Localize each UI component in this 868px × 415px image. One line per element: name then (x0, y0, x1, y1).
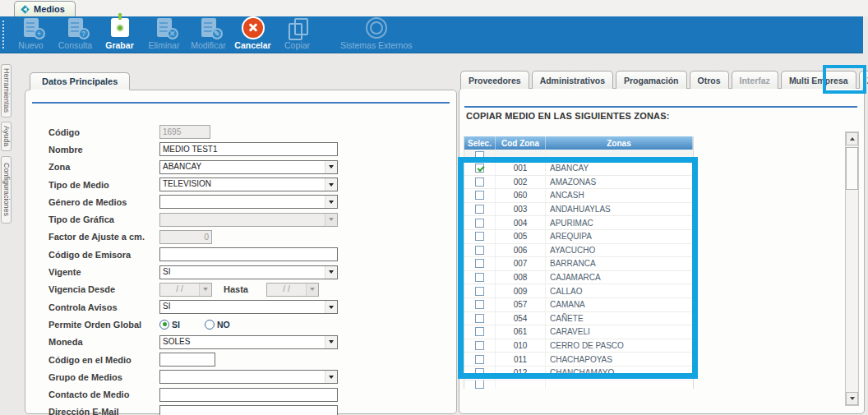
zone-select-checkbox[interactable] (475, 259, 484, 268)
tab-interfaz[interactable]: Interfaz (732, 71, 778, 89)
c-digo-de-emisora-field[interactable] (159, 247, 338, 261)
radio-button[interactable] (159, 320, 169, 330)
toolbar-grip-handle[interactable] (2, 20, 6, 49)
tab-multi-empresa[interactable]: Multi Empresa (781, 71, 856, 89)
table-row: 054CAÑETE (464, 312, 693, 326)
toolbar-button-label: Eliminar (149, 40, 180, 50)
zone-name: CALLAO (546, 284, 693, 297)
form-row-zona: ZonaABANCAY (25, 159, 456, 176)
sidebar-tab-ayuda[interactable]: Ayuda (1, 122, 12, 151)
column-header-zonas: Zonas (546, 136, 693, 150)
tab-proveedores[interactable]: Proveedores (460, 71, 529, 89)
permite-orden-global-radio-group: SINO (159, 320, 230, 330)
zone-select-checkbox[interactable] (475, 219, 484, 228)
copiar-button[interactable]: Copiar (278, 16, 316, 50)
zone-select-checkbox[interactable] (475, 164, 484, 173)
zone-code: 010 (496, 339, 546, 353)
zone-select-checkbox[interactable] (475, 368, 484, 377)
select-value: SOLES (160, 336, 325, 348)
zone-select-checkbox[interactable] (475, 151, 484, 160)
controla-avisos-select[interactable]: SI (159, 300, 338, 314)
form-row-vigencia-desde: Vigencia Desde/ /Hasta/ / (25, 281, 456, 298)
zone-code: 008 (496, 271, 546, 284)
copy-icon (289, 18, 307, 38)
sidebar-tab-configuraciones[interactable]: Configuraciones (1, 156, 12, 224)
g-nero-de-medios-select[interactable] (159, 195, 338, 209)
zone-code: 012 (496, 367, 546, 380)
scroll-down-button[interactable] (846, 392, 858, 405)
tab-label: Administrativos (540, 76, 605, 85)
zone-select-checkbox[interactable] (475, 191, 484, 200)
contacto-de-medio-field[interactable] (159, 388, 338, 402)
zone-select-checkbox[interactable] (475, 380, 484, 389)
zone-select-checkbox[interactable] (475, 178, 484, 187)
tab-datos-principales[interactable]: Datos Principales (30, 72, 130, 90)
grupo-de-medios-select[interactable] (159, 370, 338, 384)
vigencia-desde-field[interactable]: / / (159, 283, 212, 297)
tab-zonas[interactable]: Zonas (859, 71, 868, 89)
zone-name: ANCASH (546, 189, 693, 202)
app-tab-label: Medios (34, 4, 65, 14)
table-row: 008CAJAMARCA (464, 271, 693, 285)
app-tab-medios[interactable]: Medios (14, 1, 76, 16)
chevron-down-icon (329, 376, 334, 379)
tab-label: Progamación (624, 76, 679, 85)
sistemas-externos-button[interactable]: Sistemas Externos (340, 16, 413, 50)
field-label: Código de Emisora (48, 250, 159, 260)
toolbar-button-label: Copiar (284, 40, 310, 50)
tab-progamaci-n[interactable]: Progamación (616, 71, 687, 89)
zone-select-checkbox[interactable] (475, 287, 484, 296)
zone-select-checkbox[interactable] (475, 300, 484, 309)
zone-select-checkbox[interactable] (475, 314, 484, 323)
toolbar-button-label: Grabar (105, 40, 133, 50)
zone-select-checkbox[interactable] (475, 246, 484, 255)
c-digo-field[interactable]: 1695 (159, 125, 210, 139)
radio-option-si[interactable]: SI (159, 320, 180, 330)
scrollbar-thumb[interactable] (846, 147, 858, 190)
sidebar-tab-herramientas[interactable]: Herramientas (1, 64, 12, 118)
zone-code: 011 (496, 353, 546, 366)
consulta-button[interactable]: ?Consulta (56, 16, 95, 50)
moneda-select[interactable]: SOLES (159, 335, 338, 349)
zone-select-checkbox[interactable] (475, 232, 484, 241)
c-digo-en-el-medio-field[interactable] (159, 353, 215, 367)
document-edit-icon: ✎ (201, 18, 216, 37)
zone-select-checkbox[interactable] (475, 355, 484, 364)
select-value (160, 196, 325, 208)
table-row: 009CALLAO (464, 284, 693, 298)
vertical-scrollbar[interactable] (845, 131, 859, 406)
radio-option-no[interactable]: NO (205, 320, 230, 330)
scroll-up-button[interactable] (846, 132, 858, 145)
toolbar: +Nuevo?ConsultaGrabar✕Eliminar✎Modificar… (0, 16, 863, 53)
zonas-panel: COPIAR MEDIO EN LAS SIGUIENTES ZONAS: Se… (459, 88, 865, 414)
chevron-down-icon (329, 270, 334, 274)
field-label: Permite Orden Global (48, 320, 159, 330)
zone-select-checkbox[interactable] (475, 341, 484, 350)
zone-name: CAÑETE (546, 312, 693, 325)
direcci-n-e-mail-field[interactable] (159, 405, 338, 415)
vigente-select[interactable]: SI (159, 265, 338, 279)
tab-administrativos[interactable]: Administrativos (532, 71, 613, 89)
factor-de-ajuste-a-cm-field[interactable]: 0 (159, 230, 212, 244)
form-row-controla-avisos: Controla AvisosSI (25, 298, 456, 316)
tab-label: Proveedores (469, 76, 521, 85)
radio-button[interactable] (205, 320, 215, 330)
eliminar-button[interactable]: ✕Eliminar (145, 16, 183, 50)
zone-select-checkbox[interactable] (475, 205, 484, 214)
cancelar-button[interactable]: Cancelar (233, 16, 272, 50)
zona-select[interactable]: ABANCAY (159, 160, 338, 174)
vigencia-hasta-field[interactable]: / / (266, 283, 319, 297)
date-value: / / (267, 284, 306, 296)
zone-code: 001 (496, 162, 546, 175)
field-label: Vigente (48, 267, 159, 277)
zone-select-checkbox[interactable] (475, 273, 484, 282)
tab-otros[interactable]: Otros (690, 71, 729, 89)
nombre-field[interactable]: MEDIO TEST1 (159, 142, 338, 156)
zone-select-checkbox[interactable] (475, 327, 484, 336)
tipo-de-medio-select[interactable]: TELEVISION (159, 178, 338, 191)
tipo-de-gr-fica-select[interactable] (159, 213, 338, 227)
grabar-button[interactable]: Grabar (100, 16, 139, 50)
modificar-button[interactable]: ✎Modificar (189, 16, 228, 50)
field-label: Dirección E-Mail (48, 407, 159, 415)
nuevo-button[interactable]: +Nuevo (12, 16, 50, 50)
